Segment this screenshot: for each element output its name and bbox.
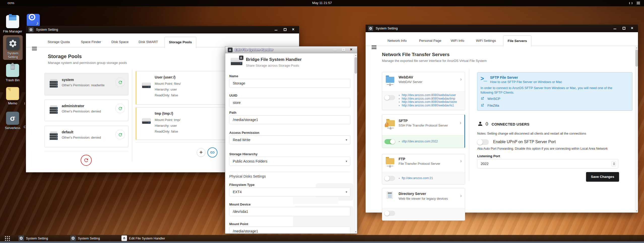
- sigma-icon: σ: [6, 112, 19, 125]
- sync-pool-button[interactable]: [115, 104, 125, 113]
- sftp-help-box: >_ SFTP File Server How to use SFTP File…: [477, 72, 632, 111]
- desktop-icon-trash-bin[interactable]: Trash Bin: [3, 61, 22, 82]
- chevron-right-icon[interactable]: ›: [460, 76, 462, 82]
- fsh-mount-point: Mount Point: tmp/: [155, 118, 180, 122]
- reload-pools-button[interactable]: [81, 155, 92, 166]
- pool-card-system[interactable]: system Other's Permission: readwrite: [44, 73, 128, 95]
- desktop-icon-system-setting[interactable]: System Setting: [3, 37, 22, 59]
- music-disc-icon: ♪: [27, 14, 40, 27]
- minimize-button[interactable]: [331, 46, 339, 54]
- bridge-fsh-button[interactable]: [207, 147, 217, 157]
- memo-icon: [6, 87, 19, 100]
- fsh-mount-point: Mount Point: files/: [155, 82, 181, 86]
- filesystem-type-select[interactable]: EXT4▾: [229, 187, 350, 196]
- server-card-directory[interactable]: Directory Server Web file viewer for leg…: [382, 188, 465, 221]
- webdav-url-link[interactable]: ▸http://dev.arozos.com:8080/webdav/is1: [399, 104, 457, 107]
- window-titlebar[interactable]: System Setting ×: [26, 26, 299, 33]
- menubar-menu-icon[interactable]: [637, 2, 640, 5]
- path-input[interactable]: [229, 115, 350, 124]
- menubar: ccns May 11 21:57: [0, 0, 644, 6]
- webdav-url-link[interactable]: ▸http://dev.arozos.com:8080/webdav/user: [399, 94, 457, 97]
- settings-note: Notes: Setting change will disconnect al…: [477, 132, 586, 135]
- upnp-toggle[interactable]: [477, 139, 489, 145]
- desktop-icon-serverless[interactable]: σ Serverless: [3, 112, 22, 130]
- sync-pool-button[interactable]: [115, 130, 125, 139]
- directory-enable-toggle[interactable]: [384, 211, 395, 216]
- sftp-enable-toggle[interactable]: [384, 139, 395, 144]
- sync-pool-button[interactable]: [115, 77, 125, 87]
- desktop-icon-memo[interactable]: Memo: [3, 87, 22, 105]
- filezilla-link[interactable]: FileZilla: [480, 103, 499, 108]
- pool-card-default[interactable]: default Other's Permission: denied: [44, 126, 128, 147]
- window-scrollbar[interactable]: ▲ ▼: [635, 46, 638, 213]
- dialog-scrollbar[interactable]: ▲ ▼: [354, 54, 357, 233]
- server-card-sftp[interactable]: SFTP SSH File Transfer Protocol Server ›…: [382, 114, 465, 148]
- desktop-icon-music[interactable]: ♪: [24, 11, 43, 27]
- tab-wifi-info[interactable]: WiFi Info: [451, 39, 464, 43]
- access-permission-select[interactable]: Read Write▾: [229, 135, 350, 144]
- page-title: Network File Transfer Servers: [382, 52, 449, 57]
- name-label: Name: [229, 74, 238, 78]
- window-title: System Setting: [376, 26, 398, 30]
- chevron-right-icon[interactable]: ›: [460, 120, 461, 126]
- winscp-link[interactable]: WinSCP: [480, 96, 500, 101]
- ftp-url-link[interactable]: ▸ftp://dev.arozos.com:21: [399, 176, 433, 180]
- maximize-button[interactable]: [620, 25, 628, 32]
- menu-icon[interactable]: [32, 47, 37, 51]
- tab-file-servers[interactable]: File Servers: [503, 35, 531, 47]
- port-stepper[interactable]: [611, 161, 616, 167]
- window-titlebar[interactable]: System Setting ×: [366, 25, 638, 32]
- close-button[interactable]: ×: [629, 25, 636, 32]
- menu-icon[interactable]: [372, 46, 376, 50]
- sftp-url-link[interactable]: ▸sftp://dev.arozos.com:2022: [399, 140, 438, 143]
- desktop-icon-file-manager[interactable]: File Manager: [3, 11, 22, 33]
- pool-name: administrator: [62, 104, 84, 108]
- minimize-button[interactable]: [611, 25, 619, 32]
- server-card-webdav[interactable]: WebDAV WebDAV Server › ▸http://dev.arozo…: [382, 72, 465, 110]
- server-desc: WebDAV Server: [399, 80, 422, 84]
- sync-status-icon[interactable]: [629, 2, 632, 5]
- help-subtitle: How to use SFTP File Server on Windows o…: [490, 80, 562, 84]
- taskbar-item[interactable]: System Setting: [78, 236, 100, 240]
- tab-disk-smart[interactable]: Disk SMART: [139, 40, 158, 44]
- taskbar-item[interactable]: Edit File System Handler: [129, 236, 165, 240]
- dialog-titlebar[interactable]: Edit File System Handler ×: [225, 47, 357, 53]
- name-input[interactable]: [229, 79, 350, 88]
- maximize-button[interactable]: [281, 26, 289, 33]
- tab-space-finder[interactable]: Space Finder: [81, 40, 101, 44]
- webdav-url-link[interactable]: ▸http://dev.arozos.com:8080/webdav/tmp: [399, 97, 457, 101]
- minimize-button[interactable]: [272, 26, 280, 33]
- add-fsh-button[interactable]: +: [197, 148, 205, 157]
- server-desc: Web file viewer for legacy devices: [399, 197, 448, 200]
- mount-point-input[interactable]: [229, 227, 350, 234]
- mount-device-input[interactable]: [229, 207, 350, 216]
- app-laun?cher-icon[interactable]: [5, 236, 10, 241]
- mount-device-label: Mount Device: [229, 202, 251, 206]
- tab-network-info[interactable]: Network Info: [388, 39, 407, 43]
- tab-storage-quota[interactable]: Storage Quota: [48, 40, 70, 44]
- taskbar-item[interactable]: System Setting: [26, 236, 48, 240]
- save-changes-button[interactable]: Save Changes: [586, 172, 619, 182]
- tab-wifi-settings[interactable]: WiFi Settings: [476, 39, 496, 43]
- ftp-enable-toggle[interactable]: [384, 176, 395, 181]
- tab-disk-space[interactable]: Disk Space: [111, 40, 128, 44]
- pool-card-administrator[interactable]: administrator Other's Permission: denied: [44, 100, 128, 121]
- chevron-right-icon[interactable]: ›: [460, 193, 462, 198]
- server-name: Directory Server: [399, 192, 426, 196]
- tab-storage-pools[interactable]: Storage Pools: [165, 37, 196, 48]
- webdav-enable-toggle[interactable]: [384, 95, 395, 100]
- close-button[interactable]: ×: [348, 46, 356, 54]
- tab-personal-page[interactable]: Personal Page: [419, 39, 441, 43]
- listening-port-input[interactable]: [477, 159, 618, 169]
- drive-icon: [142, 118, 151, 124]
- webdav-url-link[interactable]: ▸http://dev.arozos.com:8080/webdav/store: [399, 100, 457, 104]
- storage-hierarchy-select[interactable]: Public Access Folders▾: [229, 157, 350, 166]
- close-button[interactable]: ×: [290, 26, 298, 33]
- maximize-button[interactable]: [340, 46, 347, 54]
- chevron-right-icon[interactable]: ›: [460, 158, 462, 164]
- eject-icon: [121, 235, 127, 241]
- ftp-folder-icon: [386, 158, 394, 164]
- uuid-input[interactable]: [229, 98, 350, 107]
- server-card-ftp[interactable]: FTP File Transfer Protocol Server › ▸ftp…: [382, 154, 465, 184]
- gear-icon: [6, 37, 19, 50]
